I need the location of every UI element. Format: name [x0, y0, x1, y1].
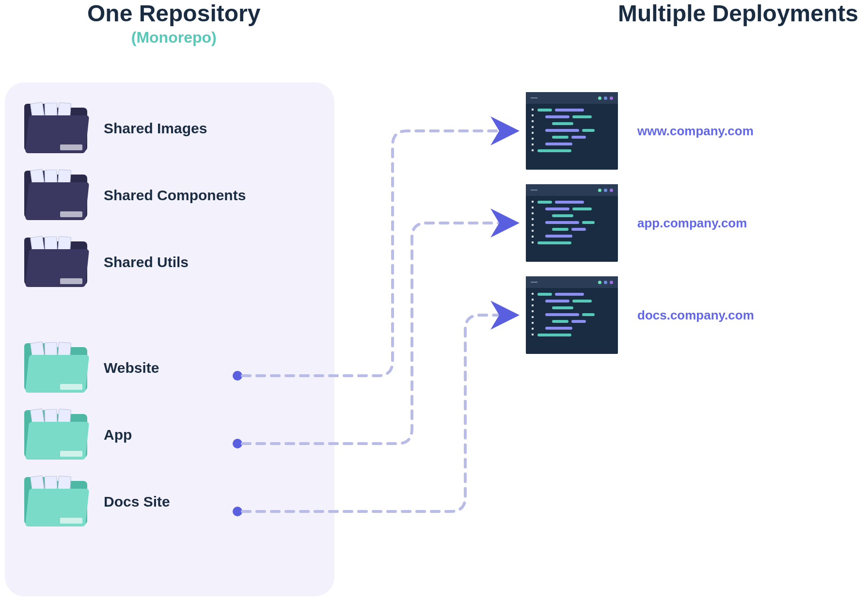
code-window-icon — [526, 92, 618, 170]
deployment-www: www.company.com — [526, 92, 754, 170]
heading-left: One Repository (Monorepo) — [87, 0, 260, 47]
subtitle-monorepo: (Monorepo) — [87, 29, 260, 47]
deployment-url: app.company.com — [637, 216, 747, 231]
folder-row-shared-utils: Shared Utils — [24, 236, 315, 289]
folder-label: Docs Site — [104, 494, 170, 510]
deployment-app: app.company.com — [526, 184, 747, 262]
folder-icon — [24, 236, 87, 289]
deployment-docs: docs.company.com — [526, 276, 754, 354]
code-window-icon — [526, 184, 618, 262]
folder-label: Shared Images — [104, 120, 207, 137]
folder-label: Shared Components — [104, 187, 246, 204]
folder-label: Shared Utils — [104, 254, 189, 271]
repository-panel: Shared Images Shared Components Shared U… — [5, 82, 334, 596]
folder-label: App — [104, 427, 132, 443]
folder-row-website: Website — [24, 341, 315, 395]
folder-icon — [24, 102, 87, 155]
code-window-icon — [526, 276, 618, 354]
deployment-url: www.company.com — [637, 124, 754, 139]
heading-right: Multiple Deployments — [618, 0, 858, 27]
deployment-url: docs.company.com — [637, 308, 754, 323]
folder-icon — [24, 341, 87, 395]
folder-icon — [24, 475, 87, 528]
folder-label: Website — [104, 360, 159, 376]
folder-row-app: App — [24, 408, 315, 462]
folder-row-shared-images: Shared Images — [24, 102, 315, 155]
folder-row-docs-site: Docs Site — [24, 475, 315, 528]
title-multiple-deployments: Multiple Deployments — [618, 0, 858, 27]
folder-icon — [24, 169, 87, 222]
folder-row-shared-components: Shared Components — [24, 169, 315, 222]
title-one-repository: One Repository — [87, 0, 260, 27]
folder-icon — [24, 408, 87, 462]
